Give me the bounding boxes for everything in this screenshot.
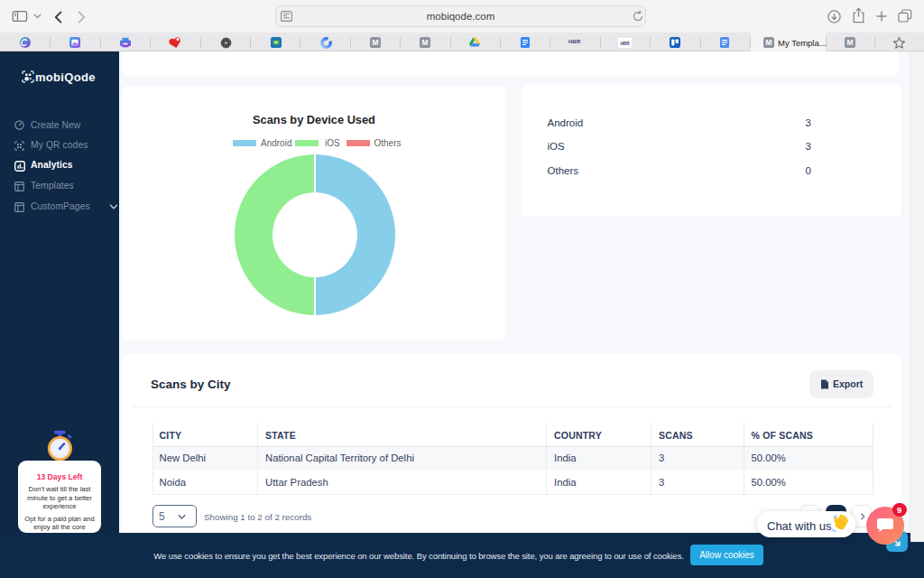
svg-text:HBR: HBR [621,41,631,45]
svg-text:M: M [847,38,854,47]
svg-text:M: M [766,38,772,47]
svg-text:M: M [421,38,428,47]
svg-text:M: M [372,38,378,47]
